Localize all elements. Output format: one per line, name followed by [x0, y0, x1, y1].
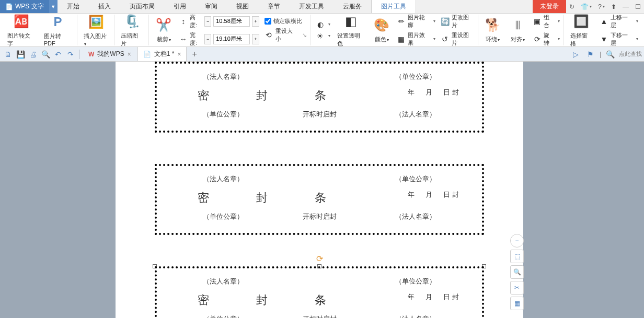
seal-block: （法人名章）（单位公章） 密封条年 月 日封 （单位公章）开标时启封（法人名章）	[155, 62, 484, 133]
crop-button[interactable]: ✂️ 裁剪▾	[152, 16, 175, 44]
reset-size-button[interactable]: ⟲ 重设大小 ↘	[263, 27, 308, 43]
contrast-icon: ◐	[316, 20, 325, 29]
tshirt-icon[interactable]: 👕▾	[578, 0, 595, 13]
close-tab-mywps[interactable]: ×	[128, 51, 131, 58]
width-input[interactable]	[213, 34, 250, 44]
login-button[interactable]: 未登录	[533, 0, 566, 13]
help-icon[interactable]: ?▾	[595, 0, 608, 13]
float-zoom-button[interactable]: 🔍	[510, 265, 524, 279]
seal-block: （法人名章）（单位公章） 密封条年 月 日封 （单位公章）开标时启封（法人名章）	[155, 164, 484, 235]
effects-icon: ▦	[397, 34, 406, 44]
width-row: ↔ 宽度: − +	[177, 31, 260, 48]
save-icon[interactable]: 💾	[15, 49, 26, 60]
search-icon[interactable]: 🔍	[604, 49, 616, 60]
selected-picture[interactable]: ⟳ （法人名章）（单位公章） 密封条年 月 日封 （单位公章）开标时启封（法人名…	[155, 266, 484, 318]
insert-picture-icon: 🖼️	[88, 14, 105, 30]
height-icon: ↕	[179, 17, 188, 26]
pic-to-text-icon: 🆎	[13, 13, 30, 30]
align-button[interactable]: ⫴ 对齐▾	[507, 16, 530, 44]
selection-pane-button[interactable]: 🔲 选择窗格	[567, 12, 596, 49]
menu-review[interactable]: 审阅	[196, 0, 227, 13]
compress-picture-button[interactable]: 🗜️ 压缩图片	[118, 12, 146, 49]
new-icon[interactable]: 🗎	[2, 49, 14, 60]
lock-aspect-row[interactable]: 锁定纵横比	[263, 17, 308, 26]
sync-icon[interactable]: ↻	[566, 0, 578, 13]
change-picture-button[interactable]: 🔄 更改图片	[439, 13, 476, 30]
send-backward-button[interactable]: ▼ 下移一层▾	[598, 31, 640, 48]
lock-aspect-checkbox[interactable]	[264, 18, 271, 25]
color-icon: 🎨	[373, 17, 390, 33]
menu-view[interactable]: 视图	[227, 0, 258, 13]
menu-developer[interactable]: 开发工具	[290, 0, 334, 13]
float-crop-button[interactable]: ✂	[510, 281, 524, 295]
quick-access-bar: 🗎 💾 🖨 🔍 ↶ ↷ W 我的WPS × 📄 文档1 * × + ▷ ⚑ | …	[0, 47, 644, 62]
maximize-icon[interactable]: ☐	[632, 0, 644, 13]
align-icon: ⫴	[510, 17, 526, 33]
wrap-button[interactable]: 🐕 环绕▾	[481, 16, 504, 44]
minimize-icon[interactable]: —	[619, 0, 632, 13]
print-icon[interactable]: 🖨	[27, 49, 39, 60]
bring-forward-icon: ▲	[600, 17, 609, 26]
menu-picture-tools[interactable]: 图片工具	[371, 0, 416, 13]
brightness-icon: ☀	[316, 31, 325, 41]
contrast-button[interactable]: ◐▾	[314, 19, 332, 30]
height-label: 高度:	[190, 14, 202, 29]
pic-to-pdf-button[interactable]: P 图片转PDF	[41, 13, 75, 48]
upload-icon[interactable]: ⬆	[608, 0, 619, 13]
crop-icon: ✂️	[155, 17, 172, 33]
picture-effects-button[interactable]: ▦ 图片效果▾	[395, 31, 437, 48]
pic-to-text-button[interactable]: 🆎 图片转文字	[4, 12, 39, 49]
width-inc[interactable]: +	[252, 34, 259, 44]
send-backward-icon: ▼	[600, 34, 609, 44]
insert-picture-button[interactable]: 🖼️ 插入图片▾	[80, 13, 112, 48]
document-area[interactable]: （法人名章）（单位公章） 密封条年 月 日封 （单位公章）开标时启封（法人名章）…	[0, 62, 644, 318]
reset-picture-button[interactable]: ↺ 重设图片	[439, 31, 476, 48]
menu-page-layout[interactable]: 页面布局	[120, 0, 164, 13]
undo-icon[interactable]: ↶	[52, 49, 64, 60]
app-dropdown[interactable]: ▼	[49, 0, 58, 13]
rotate-button[interactable]: ⟳ 旋转▾	[532, 31, 561, 48]
group-button[interactable]: ▣ 组合▾	[532, 13, 561, 30]
nav-icon[interactable]: ▷	[570, 49, 582, 60]
compress-picture-icon: 🗜️	[124, 13, 141, 30]
bring-forward-button[interactable]: ▲ 上移一层▾	[598, 13, 640, 30]
menu-section[interactable]: 章节	[258, 0, 290, 13]
picture-outline-button[interactable]: ✏ 图片轮廓▾	[395, 13, 437, 30]
outline-icon: ✏	[397, 17, 406, 26]
tab-doc-1[interactable]: 📄 文档1 * ×	[137, 47, 187, 61]
menu-cloud[interactable]: 云服务	[334, 0, 371, 13]
menu-insert[interactable]: 插入	[89, 0, 120, 13]
reset-size-icon: ⟲	[264, 30, 273, 40]
brightness-button[interactable]: ☀▾	[314, 31, 332, 41]
height-dec[interactable]: −	[204, 16, 211, 27]
float-more-button[interactable]: ▦	[510, 297, 524, 310]
menu-start[interactable]: 开始	[58, 0, 89, 13]
seal-block: （法人名章）（单位公章） 密封条年 月 日封 （单位公章）开标时启封（法人名章）	[155, 266, 484, 318]
float-layout-button[interactable]: ⬚	[510, 250, 524, 263]
rotate-icon: ⟳	[533, 34, 542, 44]
group-icon: ▣	[533, 17, 542, 26]
picture-float-toolbar: − ⬚ 🔍 ✂ ▦	[510, 234, 524, 310]
redo-icon[interactable]: ↷	[65, 49, 76, 60]
change-picture-icon: 🔄	[441, 17, 450, 26]
doc-icon: 📄	[143, 51, 151, 58]
search-hint[interactable]: 点此查找	[619, 50, 642, 58]
flag-icon[interactable]: ⚑	[585, 49, 596, 60]
set-transparent-icon: ◧	[342, 13, 359, 30]
width-icon: ↔	[179, 34, 188, 44]
app-label: 📄 WPS 文字	[0, 0, 49, 13]
print-preview-icon[interactable]: 🔍	[40, 49, 51, 60]
height-input[interactable]	[213, 16, 250, 27]
width-dec[interactable]: −	[204, 34, 211, 44]
close-tab-doc1[interactable]: ×	[177, 51, 181, 58]
rotate-handle[interactable]: ⟳	[316, 254, 323, 264]
set-transparent-button[interactable]: ◧ 设置透明色	[334, 12, 368, 49]
menu-references[interactable]: 引用	[164, 0, 196, 13]
add-tab-button[interactable]: +	[188, 50, 201, 59]
height-inc[interactable]: +	[252, 16, 259, 27]
page: （法人名章）（单位公章） 密封条年 月 日封 （单位公章）开标时启封（法人名章）…	[116, 62, 523, 318]
color-button[interactable]: 🎨 颜色▾	[370, 16, 393, 44]
float-remove-button[interactable]: −	[510, 234, 524, 248]
menubar: 📄 WPS 文字 ▼ 开始 插入 页面布局 引用 审阅 视图 章节 开发工具 云…	[0, 0, 644, 14]
tab-my-wps[interactable]: W 我的WPS ×	[83, 47, 136, 61]
